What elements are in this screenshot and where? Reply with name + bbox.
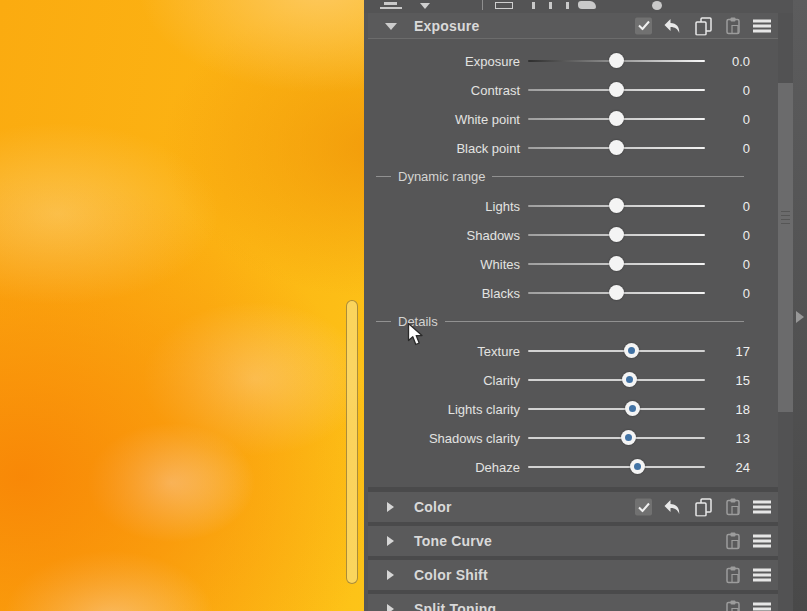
slider-row: Dehaze24 — [368, 452, 778, 481]
modified-dot — [628, 347, 635, 354]
panel-title: Color Shift — [414, 567, 488, 583]
modified-dot — [625, 434, 632, 441]
panel-menu-icon[interactable] — [753, 569, 771, 582]
slider-value: 24 — [668, 459, 750, 474]
panel-menu-icon[interactable] — [753, 535, 771, 548]
slider-label: White point — [368, 111, 520, 126]
panel-scrollbar-thumb[interactable] — [778, 83, 793, 412]
slider-row: Whites0 — [368, 249, 778, 278]
section-dash — [376, 176, 391, 177]
slider-handle[interactable] — [609, 111, 624, 126]
undo-icon[interactable] — [662, 17, 682, 35]
slider-value: 0.0 — [668, 53, 750, 68]
collapse-triangle-right-icon[interactable] — [387, 604, 394, 611]
color-panel-header[interactable]: Color — [368, 492, 778, 522]
undo-icon[interactable] — [662, 498, 682, 516]
slider-label: Texture — [368, 343, 520, 358]
toolbar-icon-fragment[interactable] — [549, 2, 552, 9]
slider-value: 0 — [668, 82, 750, 97]
toolbar-icon-fragment[interactable] — [566, 2, 569, 9]
slider-label: Clarity — [368, 372, 520, 387]
toolbar-icon-fragment[interactable] — [380, 7, 402, 9]
slider-row: Shadows0 — [368, 220, 778, 249]
slider-row: Exposure0.0 — [368, 46, 778, 75]
panel-title: Split Toning — [414, 601, 496, 611]
develop-panel: Exposure Exposure0.0Contrast0White point… — [364, 0, 807, 611]
slider-handle[interactable] — [622, 372, 637, 387]
slider-value: 0 — [668, 227, 750, 242]
slider-row: Texture17 — [368, 336, 778, 365]
section-label: Dynamic range — [398, 169, 485, 184]
toolbar-icon-fragment[interactable] — [532, 2, 535, 9]
section-line — [445, 321, 744, 322]
image-scrollbar[interactable] — [346, 300, 358, 584]
section-dash — [376, 321, 391, 322]
slider-handle[interactable] — [609, 285, 624, 300]
slider-label: Contrast — [368, 82, 520, 97]
panel-collapse-strip[interactable] — [793, 0, 807, 611]
slider-label: Exposure — [368, 53, 520, 68]
top-toolbar — [364, 0, 807, 13]
image-viewer[interactable] — [0, 0, 364, 611]
panel-menu-icon[interactable] — [753, 501, 771, 514]
enable-checkbox[interactable] — [635, 499, 652, 516]
slider-handle[interactable] — [609, 256, 624, 271]
section-line — [492, 176, 744, 177]
collapse-triangle-right-icon[interactable] — [387, 570, 394, 580]
tone-curve-panel-header[interactable]: Tone Curve — [368, 526, 778, 556]
slider-row: White point0 — [368, 104, 778, 133]
slider-handle[interactable] — [609, 140, 624, 155]
slider-label: Lights clarity — [368, 401, 520, 416]
slider-value: 15 — [668, 372, 750, 387]
slider-handle[interactable] — [609, 227, 624, 242]
slider-row: Blacks0 — [368, 278, 778, 307]
panel-scrollbar-track[interactable] — [778, 13, 793, 611]
section-header-9: Details — [368, 307, 778, 336]
slider-handle[interactable] — [609, 198, 624, 213]
modified-dot — [629, 405, 636, 412]
slider-handle[interactable] — [630, 459, 645, 474]
slider-row: Black point0 — [368, 133, 778, 162]
exposure-panel-header[interactable]: Exposure — [368, 13, 778, 39]
enable-checkbox[interactable] — [635, 17, 652, 34]
split-toning-panel-header[interactable]: Split Toning — [368, 594, 778, 611]
toolbar-icon-fragment[interactable] — [495, 2, 513, 9]
collapse-triangle-down-icon[interactable] — [385, 23, 397, 30]
slider-value: 17 — [668, 343, 750, 358]
paste-icon[interactable] — [723, 600, 743, 611]
paste-icon[interactable] — [723, 532, 743, 551]
paste-icon[interactable] — [723, 566, 743, 585]
slider-handle[interactable] — [609, 53, 624, 68]
slider-label: Blacks — [368, 285, 520, 300]
slider-handle[interactable] — [624, 343, 639, 358]
modified-dot — [634, 463, 641, 470]
slider-handle[interactable] — [621, 430, 636, 445]
panel-title: Tone Curve — [414, 533, 492, 549]
slider-handle[interactable] — [609, 82, 624, 97]
collapse-triangle-right-icon[interactable] — [387, 536, 394, 546]
mouse-cursor — [407, 323, 427, 347]
panel-menu-icon[interactable] — [753, 603, 771, 611]
toolbar-icon-fragment[interactable] — [578, 1, 596, 9]
toolbar-dropdown-arrow-icon[interactable] — [420, 3, 430, 9]
slider-handle[interactable] — [625, 401, 640, 416]
panel-title: Color — [414, 499, 452, 515]
paste-icon[interactable] — [723, 16, 743, 35]
slider-value: 0 — [668, 256, 750, 271]
panel-menu-icon[interactable] — [753, 19, 771, 32]
paste-icon[interactable] — [723, 498, 743, 517]
toolbar-icon-fragment[interactable] — [652, 1, 662, 10]
slider-row: Shadows clarity13 — [368, 423, 778, 452]
copy-icon[interactable] — [693, 16, 713, 35]
slider-row: Clarity15 — [368, 365, 778, 394]
toolbar-icon-fragment[interactable] — [384, 2, 397, 5]
copy-icon[interactable] — [693, 498, 713, 517]
modified-dot — [626, 376, 633, 383]
collapse-triangle-right-icon[interactable] — [387, 502, 394, 512]
slider-label: Whites — [368, 256, 520, 271]
checkmark-icon — [638, 21, 650, 31]
checkmark-icon — [638, 502, 650, 512]
panel-collapse-arrow-icon[interactable] — [796, 311, 804, 323]
color-shift-panel-header[interactable]: Color Shift — [368, 560, 778, 590]
slider-label: Lights — [368, 198, 520, 213]
